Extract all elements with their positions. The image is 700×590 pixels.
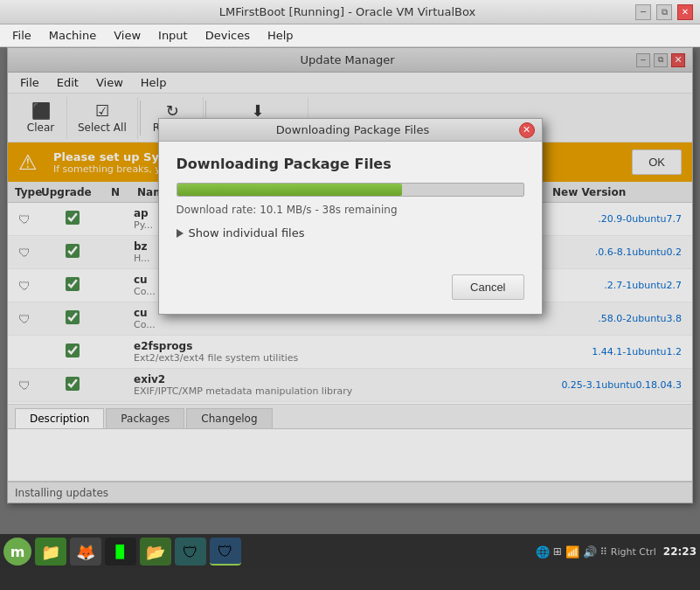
taskbar-grid-icon: ⊞ [553, 545, 562, 558]
download-rate: Download rate: 10.1 MB/s - 38s remaining [177, 204, 524, 216]
vbox-title: LMFirstBoot [Running] - Oracle VM Virtua… [59, 5, 635, 18]
taskbar: m 📁 🦊 ▉ 📂 🛡 🛡 🌐 ⊞ 📶 🔊 ⠿ Right Ctrl 22:23 [0, 534, 700, 569]
mint-logo-button[interactable]: m [3, 538, 31, 566]
taskbar-time: 22:23 [660, 545, 697, 558]
progress-bar-container [177, 183, 524, 197]
vbox-menu-file[interactable]: File [3, 27, 40, 44]
taskbar-more-icons: ⠿ [600, 546, 607, 558]
taskbar-files-button[interactable]: 📁 [35, 538, 66, 566]
dlg-close-button[interactable]: ✕ [519, 122, 535, 138]
vbox-menu-input[interactable]: Input [149, 27, 197, 44]
taskbar-network-icon: 🌐 [536, 545, 550, 559]
taskbar-signal-icon: 📶 [565, 545, 579, 559]
dialog-overlay: Downloading Package Files ✕ Downloading … [8, 48, 692, 503]
vbox-win-controls: ─ ⧉ ✕ [635, 4, 693, 20]
vbox-close-btn[interactable]: ✕ [677, 4, 693, 20]
taskbar-apps: 📁 🦊 ▉ 📂 🛡 🛡 [35, 538, 536, 566]
taskbar-nemo-button[interactable]: 📂 [140, 538, 171, 566]
taskbar-timeshift-button[interactable]: 🛡 [175, 538, 206, 566]
right-ctrl-label: Right Ctrl [611, 546, 656, 558]
vbox-menu-view[interactable]: View [105, 27, 149, 44]
vbox-menu-help[interactable]: Help [259, 27, 302, 44]
update-manager-window: Update Manager ─ ⧉ ✕ File Edit View Help… [7, 47, 693, 503]
vbox-menubar: File Machine View Input Devices Help [0, 24, 700, 47]
expand-triangle-icon [177, 229, 184, 238]
dlg-footer: Cancel [159, 267, 542, 314]
show-files-label: Show individual files [189, 226, 305, 239]
taskbar-firefox-button[interactable]: 🦊 [70, 538, 101, 566]
vm-display: Update Manager ─ ⧉ ✕ File Edit View Help… [0, 47, 700, 569]
cancel-button[interactable]: Cancel [452, 274, 523, 300]
vbox-window: LMFirstBoot [Running] - Oracle VM Virtua… [0, 0, 700, 590]
dlg-body: Downloading Package Files Download rate:… [159, 142, 542, 267]
vbox-menu-machine[interactable]: Machine [40, 27, 105, 44]
dlg-heading: Downloading Package Files [177, 156, 524, 172]
taskbar-audio-icon: 🔊 [583, 545, 597, 559]
vbox-minimize-btn[interactable]: ─ [635, 4, 651, 20]
vbox-menu-devices[interactable]: Devices [197, 27, 259, 44]
progress-bar-fill [177, 184, 402, 196]
dlg-title: Downloading Package Files [187, 123, 519, 136]
show-individual-files-toggle[interactable]: Show individual files [177, 226, 524, 239]
vbox-maximize-btn[interactable]: ⧉ [656, 4, 672, 20]
taskbar-shield-button[interactable]: 🛡 [210, 538, 241, 566]
taskbar-terminal-button[interactable]: ▉ [105, 538, 136, 566]
vbox-titlebar: LMFirstBoot [Running] - Oracle VM Virtua… [0, 0, 700, 24]
dlg-titlebar: Downloading Package Files ✕ [159, 119, 542, 142]
taskbar-right-area: 🌐 ⊞ 📶 🔊 ⠿ Right Ctrl 22:23 [536, 545, 697, 559]
download-dialog: Downloading Package Files ✕ Downloading … [158, 118, 543, 315]
